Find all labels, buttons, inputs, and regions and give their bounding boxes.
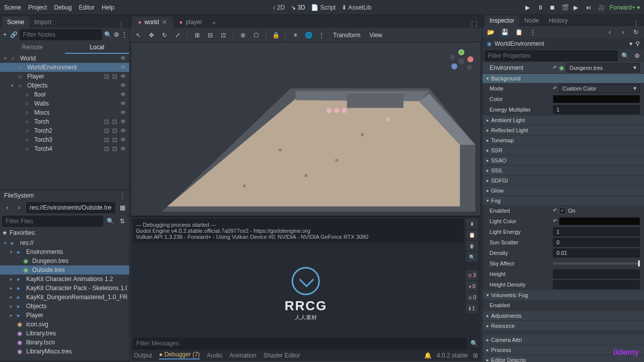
inspected-object[interactable]: WorldEnvironment [495,40,626,47]
scene-node-worldenvironment[interactable]: ○WorldEnvironment👁 [0,63,129,72]
filter-nodes-input[interactable] [20,29,102,40]
tab-remote[interactable]: Remote [0,42,65,54]
section-volumetric-fog[interactable]: ▾Volumetric Fog [482,291,644,300]
section-tonemap[interactable]: ▸Tonemap [482,136,644,145]
fs-item[interactable]: ▸▸Objects [0,302,129,311]
mode-2d-button[interactable]: ↕ 2D [273,4,285,11]
scene-tab-player[interactable]: ●player [173,17,208,28]
menu-more-icon[interactable]: ⋮ [317,31,326,40]
local-icon[interactable]: ⊕ [238,31,248,40]
distraction-free-icon[interactable]: ⛶ [471,21,477,28]
scene-node-player[interactable]: ○Player⊡⊡👁 [0,72,129,81]
console-clear[interactable]: 🗑 [466,241,478,251]
insp-tools-icon[interactable]: ⚙ [632,51,642,61]
tab-output[interactable]: Output [134,352,152,359]
section-ssao[interactable]: ▸SSAO [482,156,644,165]
scene-node-torch3[interactable]: ○Torch3⊡⊡👁 [0,135,129,144]
scene-node-torch4[interactable]: ○Torch4⊡⊡👁 [0,144,129,153]
section-ssr[interactable]: ▸SSR [482,146,644,155]
fs-item[interactable]: ◉library.tscn [0,338,129,347]
warn-count[interactable]: ⚠ 0 [466,292,478,302]
insp-dock-menu[interactable]: ⋮ [630,19,642,26]
section-background[interactable]: ▾Background [482,74,644,83]
pause-icon[interactable]: ⏸ [537,4,544,11]
section-ssil[interactable]: ▸SSIL [482,166,644,175]
sun-icon[interactable]: ☀ [291,31,300,40]
mode-assetlib-button[interactable]: ⬇ AssetLib [342,4,371,11]
scene-node-miscs[interactable]: ○Miscs👁 [0,108,129,117]
remote-icon[interactable]: 🎬 [561,4,569,11]
section-camera-attributes[interactable]: ▸Camera Attri [482,335,644,344]
tab-scene[interactable]: Scene [2,17,29,28]
fs-fwd-button[interactable]: › [14,203,24,213]
fs-item[interactable]: ▾▸Environments [0,247,129,256]
menu-debug[interactable]: Debug [54,4,71,11]
tab-debugger[interactable]: ● Debugger (7) [159,351,200,359]
filter-files-input[interactable] [2,216,103,227]
fs-item[interactable]: ▸▸KayKit Character Animations 1.2 [0,275,129,284]
insp-open-icon[interactable]: 📂 [486,27,496,37]
layout-icon[interactable]: ⊞ [473,352,478,359]
fs-item[interactable]: ▸▸KayKit_DungeonRemastered_1.0_FREE [0,293,129,302]
scene-tree[interactable]: ▾○World👁○WorldEnvironment👁○Player⊡⊡👁▾○Ob… [0,54,129,153]
play-icon[interactable]: ▶ [525,4,532,11]
play-scene-icon[interactable]: ▶ [574,4,581,11]
lock-icon[interactable]: 🔒 [271,31,280,40]
scene-tab-world[interactable]: ●world✕ [132,17,173,28]
filter-properties-input[interactable] [485,50,618,61]
scene-node-walls[interactable]: ○Walls👁 [0,99,129,108]
stop-icon[interactable]: ⏹ [549,4,556,11]
fs-item[interactable]: ◉LibraryMiscs.tres [0,347,129,356]
add-scene-tab[interactable]: + [208,19,220,28]
tab-audio[interactable]: Audio [207,352,222,359]
tab-inspector[interactable]: Inspector [485,15,519,26]
scene-node-torch[interactable]: ○Torch⊡⊡👁 [0,117,129,126]
menu-help[interactable]: Help [102,4,114,11]
info-count[interactable]: ℹ 1 [466,303,478,313]
mode-script-button[interactable]: 📄 Script [311,4,336,11]
filter-messages-input[interactable] [133,338,467,349]
section-sdfgi[interactable]: ▸SDFGI [482,176,644,185]
section-resource[interactable]: ▸Resource [482,321,644,330]
fs-grid-icon[interactable]: ▦ [117,203,127,213]
tab-local[interactable]: Local [65,42,130,54]
dock-menu-icon[interactable]: ⋮ [115,21,127,28]
more-icon[interactable]: ⋮ [121,30,127,40]
tab-node[interactable]: Node [519,15,544,26]
fs-back-button[interactable]: ‹ [2,203,12,213]
axis-gizmo[interactable]: Y [447,47,475,75]
movie-icon[interactable]: 🎥 [598,4,605,11]
add-node-button[interactable]: + [2,30,8,40]
menu-editor[interactable]: Editor [79,4,95,11]
scene-node-objects[interactable]: ▾○Objects👁 [0,81,129,90]
snap1-icon[interactable]: ⊞ [193,31,202,40]
3d-viewport[interactable]: ⋮ Perspective [131,42,481,216]
section-fog[interactable]: ▾Fog [482,196,644,205]
section-adjustments[interactable]: ▸Adjustments [482,311,644,320]
tab-history[interactable]: History [544,15,573,26]
rotate-tool-icon[interactable]: ↻ [160,31,169,40]
section-glow[interactable]: ▸Glow [482,186,644,195]
insp-copy-icon[interactable]: 📋 [514,27,524,37]
fs-item[interactable]: ◉Dungeon.tres [0,256,129,265]
insp-history-icon[interactable]: ↻ [631,27,641,37]
filter-search-icon[interactable]: 🔍 [469,338,479,348]
insp-fwd-icon[interactable]: › [618,27,628,37]
fs-search-icon[interactable]: 🔍 [105,216,115,226]
close-tab-icon[interactable]: ✕ [162,19,167,26]
console-copy[interactable]: 📋 [466,230,478,240]
section-reflected-light[interactable]: ▸Reflected Light [482,126,644,135]
pin-icon[interactable]: ⚲ [635,40,640,47]
world-icon[interactable]: 🌐 [304,31,313,40]
env-resource-dropdown[interactable]: Dungeon.tres▾ [566,63,640,72]
fs-path-input[interactable] [26,202,115,213]
fs-item[interactable]: ▾▸res:// [0,238,129,247]
insp-search-icon[interactable]: 🔍 [620,51,630,61]
section-ambient-light[interactable]: ▸Ambient Light [482,116,644,125]
fs-sort-icon[interactable]: ⇅ [117,216,127,226]
fs-dock-menu[interactable]: ⋮ [119,192,125,199]
select-tool-icon[interactable]: ↖ [134,31,143,40]
scene-node-floor[interactable]: ○floor👁 [0,90,129,99]
fs-item[interactable]: ◉Library.tres [0,329,129,338]
scene-node-torch2[interactable]: ○Torch2⊡⊡👁 [0,126,129,135]
